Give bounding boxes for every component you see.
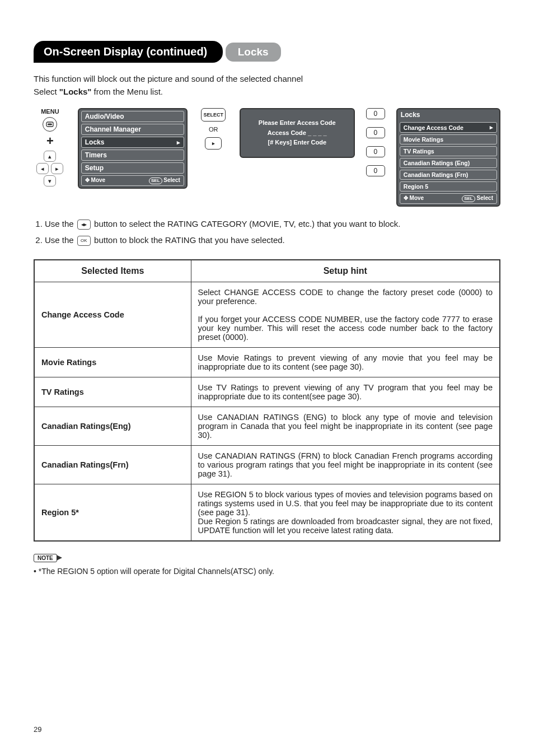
intro-text: This function will block out the picture… xyxy=(34,73,500,98)
table-row: Movie Ratings Use Movie Ratings to preve… xyxy=(34,347,500,377)
key-0: 0 xyxy=(366,108,385,119)
item-hint: Use CANADIAN RATINGS (FRN) to block Cana… xyxy=(191,445,500,484)
keypad-col: 0 0 0 0 xyxy=(366,108,385,176)
osd-item: Setup xyxy=(81,162,184,174)
chevron-right-icon: ▸ xyxy=(490,124,493,131)
key-0: 0 xyxy=(366,127,385,138)
item-name: Region 5* xyxy=(34,484,191,541)
svg-rect-1 xyxy=(48,124,52,125)
intro-line1: This function will block out the picture… xyxy=(34,73,500,86)
osd-footer: ✥ Move SEL Select xyxy=(400,193,497,204)
item-hint: Select CHANGE ACCESS CODE to change the … xyxy=(191,282,500,347)
diagram-row: MENU + ▴ ◂ ▸ ▾ Audio/Video Channel Manag… xyxy=(34,108,500,207)
col-selected-items: Selected Items xyxy=(34,260,191,282)
move-label: ✥ Move xyxy=(85,177,105,184)
item-hint: Use Movie Ratings to prevent viewing of … xyxy=(191,347,500,377)
arrow-right-icon: ▸ xyxy=(51,163,63,174)
arrow-down-icon: ▾ xyxy=(44,175,56,186)
chevron-right-icon: ▸ xyxy=(177,139,180,146)
osd-item-highlight: Locks▸ xyxy=(81,137,184,148)
modal-line3: [# Keys] Enter Code xyxy=(245,138,349,148)
subsection-title: Locks xyxy=(238,46,269,58)
item-name: Movie Ratings xyxy=(34,347,191,377)
item-hint: Use TV Ratings to prevent viewing of any… xyxy=(191,377,500,407)
ok-icon: OK xyxy=(77,236,91,246)
move-label: ✥ Move xyxy=(404,195,424,202)
locks-item-highlight: Change Access Code▸ xyxy=(400,122,497,133)
select-or-col: SELECT OR ▸ xyxy=(199,108,228,150)
table-row: TV Ratings Use TV Ratings to prevent vie… xyxy=(34,377,500,407)
arrow-left-icon: ◂ xyxy=(36,163,49,174)
menu-label: MENU xyxy=(41,108,59,115)
select-label: SEL Select xyxy=(462,195,493,202)
modal-line1: Please Enter Access Code xyxy=(245,118,349,128)
arrow-cluster: ▴ ◂ ▸ ▾ xyxy=(36,151,63,186)
key-0: 0 xyxy=(366,146,385,157)
remote-menu-col: MENU + ▴ ◂ ▸ ▾ xyxy=(34,108,67,186)
table-row: Region 5* Use REGION 5 to block various … xyxy=(34,484,500,541)
table-row: Change Access Code Select CHANGE ACCESS … xyxy=(34,282,500,347)
note-pill: NOTE xyxy=(34,554,57,562)
plus-icon: + xyxy=(46,134,54,148)
key-0: 0 xyxy=(366,165,385,176)
select-button-icon: SELECT xyxy=(201,108,226,122)
item-name: TV Ratings xyxy=(34,377,191,407)
item-name: Canadian Ratings(Frn) xyxy=(34,445,191,484)
col-setup-hint: Setup hint xyxy=(191,260,500,282)
table-row: Canadian Ratings(Eng) Use CANADIAN RATIN… xyxy=(34,407,500,445)
steps-list: Use the ◂▸ button to select the RATING C… xyxy=(34,219,500,246)
osd-item: Audio/Video xyxy=(81,111,184,122)
item-name: Canadian Ratings(Eng) xyxy=(34,407,191,445)
modal-line2: Access Code _ _ _ _ xyxy=(245,128,349,138)
osd-main-menu: Audio/Video Channel Manager Locks▸ Timer… xyxy=(78,108,188,189)
osd-locks-menu: Locks Change Access Code▸ Movie Ratings … xyxy=(396,108,500,207)
locks-item: Canadian Ratings (Eng) xyxy=(400,158,497,168)
locks-item: Movie Ratings xyxy=(400,134,497,144)
osd-footer: ✥ Move SEL Select xyxy=(81,175,184,186)
item-name: Change Access Code xyxy=(34,282,191,347)
locks-item: TV Ratings xyxy=(400,146,497,156)
intro-line2: Select "Locks" from the Menu list. xyxy=(34,86,500,99)
locks-title: Locks xyxy=(397,109,499,120)
menu-button-icon xyxy=(43,117,57,132)
select-label: SEL Select xyxy=(149,177,180,184)
osd-item: Timers xyxy=(81,150,184,161)
table-row: Canadian Ratings(Frn) Use CANADIAN RATIN… xyxy=(34,445,500,484)
subsection-pill: Locks xyxy=(226,43,281,62)
locks-item: Canadian Ratings (Frn) xyxy=(400,170,497,180)
setup-table: Selected Items Setup hint Change Access … xyxy=(34,259,500,542)
step-1: Use the ◂▸ button to select the RATING C… xyxy=(45,219,500,230)
access-code-modal: Please Enter Access Code Access Code _ _… xyxy=(240,108,355,158)
item-hint: Use REGION 5 to block various types of m… xyxy=(191,484,500,541)
osd-item: Channel Manager xyxy=(81,124,184,135)
locks-item: Region 5 xyxy=(400,181,497,192)
or-label: OR xyxy=(209,126,218,133)
note-text: • *The REGION 5 option will operate for … xyxy=(34,567,500,576)
header-title: On-Screen Display (continued) xyxy=(44,45,207,58)
arrow-up-icon: ▴ xyxy=(44,151,56,162)
right-arrow-button-icon: ▸ xyxy=(205,137,222,150)
page-number: 29 xyxy=(34,725,41,734)
item-hint: Use CANADIAN RATINGS (ENG) to block any … xyxy=(191,407,500,445)
left-right-arrow-icon: ◂▸ xyxy=(77,220,91,230)
step-2: Use the OK button to block the RATING th… xyxy=(45,235,500,246)
section-header: On-Screen Display (continued) xyxy=(34,41,223,63)
